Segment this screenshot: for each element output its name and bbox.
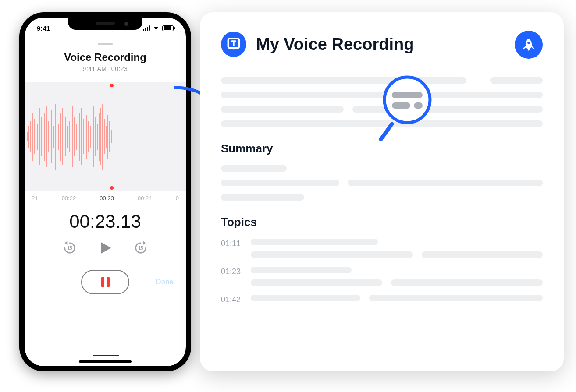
topic-timestamp: 01:42	[221, 295, 242, 304]
done-button[interactable]: Done	[156, 278, 174, 286]
signal-icon	[143, 25, 150, 31]
ruler-tick: 21	[32, 195, 38, 201]
app-logo-icon	[221, 32, 246, 57]
ruler-tick: 00:22	[62, 195, 76, 201]
recording-duration: 00:23	[111, 65, 128, 72]
topic-timestamp: 01:23	[221, 267, 242, 276]
topic-timestamp: 01:11	[221, 239, 242, 248]
ruler-tick: 00:23	[100, 195, 114, 201]
playhead[interactable]	[112, 85, 113, 188]
topics-heading: Topics	[221, 215, 543, 229]
wifi-icon	[153, 25, 160, 31]
home-indicator[interactable]	[79, 360, 132, 363]
elapsed-timer: 00:23.13	[25, 211, 186, 232]
drag-handle[interactable]	[98, 43, 113, 45]
skip-forward-button[interactable]: 15	[133, 240, 148, 255]
svg-point-50	[527, 42, 530, 44]
recording-time: 9:41 AM	[83, 65, 107, 72]
summary-heading: Summary	[221, 142, 543, 155]
summary-preview	[221, 165, 543, 201]
play-button[interactable]	[96, 239, 114, 257]
pause-button[interactable]	[81, 270, 129, 294]
callout-line	[93, 355, 119, 356]
card-title: My Voice Recording	[256, 35, 414, 54]
transport-controls: 15 15	[25, 239, 186, 257]
topic-preview	[251, 267, 543, 286]
recorder-panel: Voice Recording 9:41 AM 00:23	[25, 39, 186, 366]
phone-screen: 9:41 Voice Recording 9:41 AM 00:23	[25, 18, 186, 366]
pause-icon	[101, 277, 110, 287]
summary-card: My Voice Recording Summary	[200, 12, 564, 371]
waveform[interactable]	[25, 82, 186, 191]
recording-subtitle: 9:41 AM 00:23	[25, 65, 186, 72]
skip-seconds-label: 15	[62, 240, 77, 255]
svg-point-51	[384, 77, 430, 123]
phone-mockup: 9:41 Voice Recording 9:41 AM 00:23	[19, 12, 191, 371]
transcript-preview	[221, 77, 543, 127]
launch-button[interactable]	[515, 31, 543, 59]
topic-row[interactable]: 01:23	[221, 267, 543, 286]
skip-back-button[interactable]: 15	[62, 240, 77, 255]
battery-icon	[162, 25, 174, 31]
ruler-tick: 00:24	[138, 195, 152, 201]
status-time: 9:41	[37, 25, 50, 32]
topic-row[interactable]: 01:42	[221, 295, 543, 304]
ruler-tick: 0	[176, 195, 179, 201]
waveform-svg	[25, 82, 186, 191]
card-header: My Voice Recording	[221, 32, 543, 57]
skip-seconds-label: 15	[133, 240, 148, 255]
status-right	[143, 25, 174, 31]
phone-notch	[68, 18, 142, 30]
time-ruler: 21 00:22 00:23 00:24 0	[25, 191, 186, 201]
recording-title: Voice Recording	[25, 51, 186, 64]
rocket-icon	[521, 37, 536, 52]
topic-preview	[251, 295, 543, 301]
topic-preview	[251, 239, 543, 258]
bottom-row: Done	[25, 270, 186, 294]
topic-row[interactable]: 01:11	[221, 239, 543, 258]
